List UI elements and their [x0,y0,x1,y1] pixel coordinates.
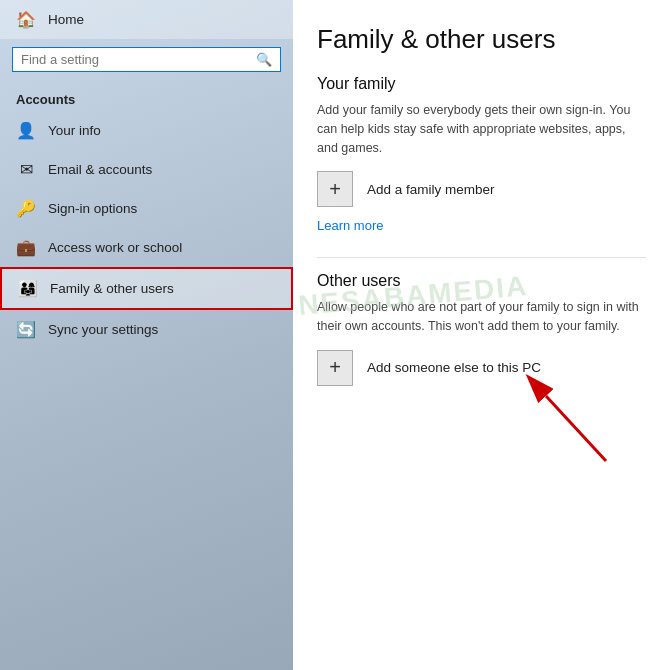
family-other-label: Family & other users [50,281,174,296]
other-users-description: Allow people who are not part of your fa… [317,298,646,336]
sign-in-icon: 🔑 [16,199,36,218]
sync-icon: 🔄 [16,320,36,339]
add-family-label: Add a family member [367,182,495,197]
access-work-icon: 💼 [16,238,36,257]
page-title: Family & other users [317,24,646,55]
other-users-title: Other users [317,272,646,290]
sidebar-item-family-other[interactable]: 👨‍👩‍👧 Family & other users [0,267,293,310]
main-content: NESABAMEDIA Family & other users Your fa… [293,0,670,670]
search-input[interactable] [21,52,250,67]
sidebar-home-label: Home [48,12,84,27]
sidebar-item-sync-settings[interactable]: 🔄 Sync your settings [0,310,293,349]
search-box: 🔍 [12,47,281,72]
your-family-title: Your family [317,75,646,93]
accounts-section-label: Accounts [0,84,293,111]
email-accounts-label: Email & accounts [48,162,152,177]
search-icon: 🔍 [256,52,272,67]
email-icon: ✉ [16,160,36,179]
access-work-label: Access work or school [48,240,182,255]
add-other-user-button[interactable]: + [317,350,353,386]
your-info-label: Your info [48,123,101,138]
your-info-icon: 👤 [16,121,36,140]
section-divider [317,257,646,258]
sidebar-item-email-accounts[interactable]: ✉ Email & accounts [0,150,293,189]
sign-in-label: Sign-in options [48,201,137,216]
search-box-wrapper: 🔍 [0,39,293,84]
your-family-description: Add your family so everybody gets their … [317,101,646,157]
add-other-user-row: + Add someone else to this PC [317,350,646,386]
add-other-user-label: Add someone else to this PC [367,360,541,375]
home-icon: 🏠 [16,10,36,29]
family-icon: 👨‍👩‍👧 [18,279,38,298]
plus-icon-other: + [329,356,341,379]
sidebar-item-home[interactable]: 🏠 Home [0,0,293,39]
add-family-button[interactable]: + [317,171,353,207]
add-other-user-container: + Add someone else to this PC [317,350,646,386]
annotation-arrow [516,376,636,466]
sidebar-item-access-work[interactable]: 💼 Access work or school [0,228,293,267]
sidebar-item-your-info[interactable]: 👤 Your info [0,111,293,150]
plus-icon-family: + [329,178,341,201]
add-family-row: + Add a family member [317,171,646,207]
sidebar: 🏠 Home 🔍 Accounts 👤 Your info ✉ Email & … [0,0,293,670]
sync-settings-label: Sync your settings [48,322,158,337]
sidebar-item-sign-in[interactable]: 🔑 Sign-in options [0,189,293,228]
learn-more-link[interactable]: Learn more [317,218,383,233]
svg-line-1 [546,396,606,461]
